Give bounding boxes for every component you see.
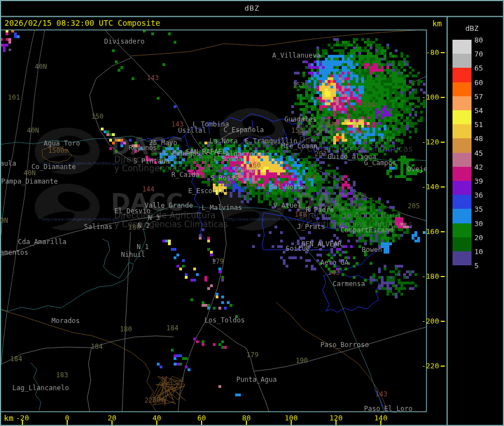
map-route-label: 184	[166, 325, 179, 332]
map-place-label: GEN_ALVEAR	[301, 241, 342, 248]
map-route-label: 205	[408, 203, 420, 210]
legend-value-label: 45	[474, 149, 493, 157]
map-route-label: 143	[171, 121, 184, 128]
y-tick-label: -100	[414, 93, 439, 101]
y-tick-mark	[441, 97, 445, 98]
map-place-label: V_Atuel	[273, 202, 302, 209]
x-tick-mark	[67, 420, 68, 425]
radar-app-window: dBZ 2026/02/15 08:32:00 UTC Composite km…	[0, 0, 504, 426]
map-route-label: 146	[326, 121, 338, 128]
legend-swatch	[452, 195, 472, 209]
y-tick-label: -220	[414, 362, 439, 370]
map-place-label: Guico_aligua	[328, 153, 376, 161]
y-tick-label: -180	[414, 273, 439, 280]
window-title: dBZ	[0, 4, 504, 12]
y-tick-label: -200	[414, 317, 439, 325]
map-place-label: E_Escorial	[188, 188, 228, 195]
map-place-label: El_Desvio	[114, 208, 151, 215]
x-tick-mark	[380, 420, 381, 425]
map-route-label: 179	[246, 352, 259, 359]
map-place-label: Punta_Agua	[236, 376, 277, 383]
map-route-label: 2200m	[144, 397, 165, 404]
legend-value-label: 60	[474, 79, 493, 87]
x-tick-mark	[201, 420, 202, 425]
x-tick-mark	[22, 420, 23, 425]
legend-value-label: 70	[474, 50, 493, 58]
y-tick-mark	[441, 231, 445, 232]
x-tick-mark	[291, 420, 292, 425]
map-place-label: Bowen	[362, 246, 382, 254]
map-route-label: 190	[296, 357, 308, 364]
map-route-label: 143	[147, 74, 159, 82]
km-unit-top: km	[432, 19, 442, 28]
y-tick-label: -120	[414, 138, 439, 146]
legend-value-label: 36	[474, 191, 493, 199]
y-tick-mark	[441, 276, 445, 277]
map-place-label: Nihuil	[121, 251, 145, 259]
map-place-label: Paso_El_Loro	[364, 405, 413, 413]
map-route-label: 153	[292, 82, 305, 89]
map-place-label: S_Pintada	[133, 158, 170, 165]
map-place-label: Valle_Grande	[144, 202, 193, 209]
y-tick-mark	[441, 366, 445, 367]
map-route-label: 143	[375, 391, 388, 398]
y-tick-label: -140	[414, 183, 439, 191]
map-place-label: CompartEscand	[340, 227, 393, 234]
legend-swatch	[452, 96, 472, 110]
legend-swatch	[452, 110, 472, 124]
legend-value-label: 51	[474, 121, 493, 129]
y-tick-mark	[441, 142, 445, 143]
legend-title: dBZ	[465, 24, 478, 32]
map-route-label: 40N	[27, 127, 39, 134]
map-place-label: J_Prats	[297, 223, 325, 231]
map-route-label: 143	[220, 180, 232, 188]
map-route-label: 160	[249, 162, 261, 169]
map-place-label: Salinas	[84, 223, 113, 231]
map-place-label: L_Malvinas	[202, 204, 242, 212]
legend-value-label: 10	[474, 248, 493, 256]
legend-value-label: 30	[474, 220, 493, 228]
map-place-label: Reyunos	[129, 144, 157, 152]
legend-swatch	[452, 40, 472, 54]
legend-value-label: 65	[474, 64, 493, 72]
map-place-label: Guadales	[284, 116, 317, 123]
map-place-label: *	[8, 48, 12, 55]
legend-swatch	[452, 167, 472, 181]
legend-value-label: 54	[474, 107, 493, 115]
legend-swatch	[452, 68, 472, 82]
map-route-label: 184	[10, 355, 22, 363]
y-tick-mark	[441, 186, 445, 188]
x-tick-mark	[246, 420, 247, 425]
y-tick-label: -80	[414, 49, 439, 57]
legend-value-label: 35	[474, 205, 493, 213]
map-place-label: R_Caida	[171, 171, 200, 179]
legend-swatch	[452, 54, 472, 68]
map-place-label: C_Española	[223, 127, 264, 134]
map-route-label: 174	[304, 174, 316, 181]
legend-swatch	[452, 223, 472, 237]
x-tick-mark	[156, 420, 157, 425]
map-place-label: Aero_GA	[320, 259, 349, 266]
map-place-label: La_Nora	[209, 138, 238, 145]
map-place-label: L_Bomba	[214, 156, 242, 163]
legend-value-label: 20	[474, 234, 493, 242]
map-route-label: 143	[328, 269, 340, 277]
map-route-label: 0N	[0, 217, 8, 224]
x-tick-mark	[335, 420, 337, 425]
timestamp-label: 2026/02/15 08:32:00 UTC Composite	[4, 18, 160, 27]
map-route-label: 153	[291, 127, 304, 134]
map-place-label: Co_Diamante	[31, 163, 76, 171]
legend-swatch	[452, 153, 472, 167]
map-route-label: 144	[142, 186, 155, 193]
map-place-label: Oveje	[407, 166, 427, 173]
map-place-label: Los_Toldos	[204, 317, 245, 324]
map-route-label: 150	[91, 113, 104, 120]
map-route-label: 40N	[24, 170, 36, 177]
map-place-label: Pampa_Diamante	[1, 178, 58, 185]
map-place-label: Cda_Amarilla	[18, 238, 67, 246]
map-place-label: A_del_Norte	[261, 184, 305, 191]
map-route-label: 147	[245, 181, 258, 189]
legend-value-label: 39	[474, 177, 493, 185]
legend-value-label: 57	[474, 93, 493, 101]
legend-value-label: 80	[474, 36, 493, 44]
